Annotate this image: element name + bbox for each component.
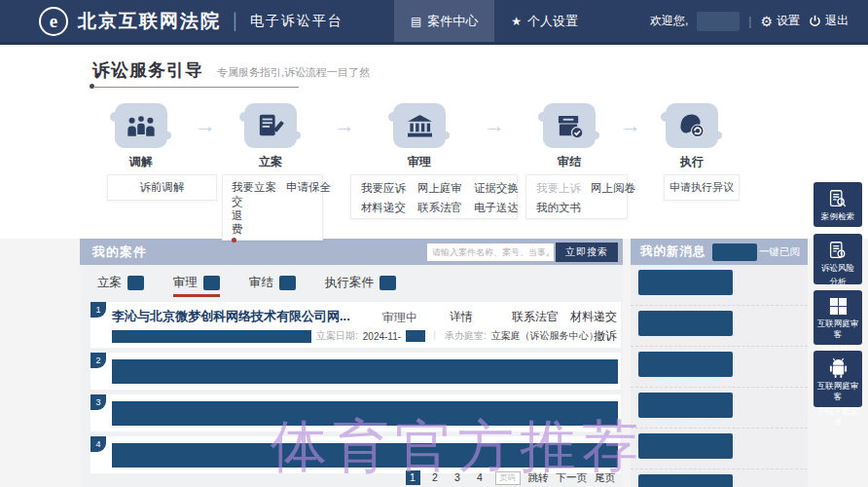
gear-icon: ⚙ bbox=[760, 14, 773, 29]
link-fee-refund-char[interactable]: 退 bbox=[232, 208, 313, 222]
pc-client-download-button[interactable]: 互联网庭审客 户端下载PC bbox=[814, 290, 862, 345]
court-division-value: 立案庭（诉讼服务中心） bbox=[491, 329, 598, 343]
conclusion-icon bbox=[543, 103, 596, 148]
link-material-submit[interactable]: 材料递交 bbox=[361, 201, 406, 215]
message-item[interactable] bbox=[631, 270, 808, 306]
tab-execution-cases-label: 执行案件 bbox=[325, 275, 374, 291]
guide-header: 诉讼服务引导 专属服务指引,诉讼流程一目了然 bbox=[92, 58, 370, 82]
android-icon bbox=[829, 357, 848, 378]
case-search-doc-icon bbox=[828, 189, 848, 208]
logout-label: 退出 bbox=[825, 13, 849, 29]
link-appeal[interactable]: 我要上诉 bbox=[536, 181, 581, 196]
case-row-4[interactable]: 4 bbox=[90, 436, 621, 473]
case-redacted-bar bbox=[112, 401, 618, 426]
case-tabs: 立案 审理 审结 执行案件 bbox=[80, 265, 623, 302]
next-page-button[interactable]: 下一页 bbox=[557, 471, 588, 485]
tab-personal-settings[interactable]: ★ 个人设置 bbox=[494, 0, 595, 42]
platform-name: 电子诉讼平台 bbox=[250, 13, 344, 30]
message-item[interactable] bbox=[631, 433, 808, 469]
tab-filing[interactable]: 立案 bbox=[97, 275, 144, 295]
case-row-1[interactable]: 1 李沁与北京微梦创科网络技术有限公司网... 审理中 详情 联系法官 材料递交… bbox=[90, 302, 621, 348]
tab-count-redacted bbox=[203, 276, 220, 290]
link-fee-refund-char[interactable]: 交 bbox=[232, 195, 313, 208]
stage-filing: 立案 bbox=[236, 103, 305, 170]
link-contact-judge[interactable]: 联系法官 bbox=[417, 201, 462, 215]
android-download-label-line2: 户端下载安卓 bbox=[814, 406, 862, 429]
my-cases-header: 我的案件 立即搜索 bbox=[80, 239, 623, 265]
case-search-tool-button[interactable]: 案例检索 bbox=[814, 182, 862, 227]
tab-concluded[interactable]: 审结 bbox=[249, 275, 296, 295]
link-my-documents[interactable]: 我的文书 bbox=[536, 201, 581, 215]
risk-analysis-tool-button[interactable]: 诉讼风险 分析 bbox=[814, 234, 862, 284]
tab-count-redacted bbox=[380, 276, 396, 290]
case-status: 审理中 bbox=[382, 310, 417, 326]
filing-date-value: 2024-11- bbox=[363, 331, 401, 342]
case-title[interactable]: 李沁与北京微梦创科网络技术有限公司网... bbox=[112, 308, 350, 325]
link-respond-suit[interactable]: 我要应诉 bbox=[361, 181, 406, 196]
case-row-2[interactable]: 2 bbox=[90, 353, 621, 390]
page-3-button[interactable]: 3 bbox=[451, 470, 465, 485]
court-icon bbox=[393, 103, 446, 148]
row-number-badge: 3 bbox=[90, 394, 106, 410]
tab-execution-cases[interactable]: 执行案件 bbox=[325, 275, 396, 295]
case-search-input[interactable] bbox=[427, 244, 554, 261]
message-redacted-bar bbox=[638, 352, 733, 377]
link-e-delivery[interactable]: 电子送达 bbox=[474, 201, 519, 215]
welcome-label: 欢迎您, bbox=[650, 13, 688, 29]
trial-links-card: 我要应诉 网上庭审 证据交换 材料递交 联系法官 电子送达 bbox=[350, 174, 518, 219]
search-now-button[interactable]: 立即搜索 bbox=[556, 243, 618, 262]
link-execution-objection[interactable]: 申请执行异议 bbox=[669, 180, 734, 195]
settings-button[interactable]: ⚙ 设置 bbox=[760, 13, 800, 29]
message-redacted-bar bbox=[638, 311, 733, 336]
star-icon: ★ bbox=[511, 15, 522, 28]
header-divider: │ bbox=[231, 13, 240, 30]
tab-case-center-label: 案件中心 bbox=[427, 13, 478, 30]
message-item[interactable] bbox=[631, 474, 808, 487]
detail-link[interactable]: 详情 bbox=[450, 309, 473, 325]
stage-trial: 审理 bbox=[385, 103, 453, 170]
tab-case-center[interactable]: ▤ 案件中心 bbox=[394, 0, 494, 42]
message-item[interactable] bbox=[631, 352, 808, 388]
message-item[interactable] bbox=[631, 311, 808, 347]
contact-judge-link[interactable]: 联系法官 bbox=[512, 309, 559, 325]
case-center-icon: ▤ bbox=[411, 15, 421, 28]
link-online-file-review[interactable]: 网上阅卷 bbox=[591, 181, 635, 196]
conclusion-links-card: 我要上诉 网上阅卷 我的文书 bbox=[525, 174, 628, 219]
link-file-case[interactable]: 我要立案 bbox=[232, 180, 276, 195]
my-cases-title: 我的案件 bbox=[92, 244, 147, 261]
jump-button[interactable]: 跳转 bbox=[528, 471, 549, 485]
page-2-button[interactable]: 2 bbox=[428, 470, 443, 485]
message-item[interactable] bbox=[631, 393, 808, 429]
case-search-tool-label: 案例检索 bbox=[821, 211, 854, 222]
link-pre-litigation-mediation[interactable]: 诉前调解 bbox=[140, 180, 185, 195]
case-list: 1 李沁与北京微梦创科网络技术有限公司网... 审理中 详情 联系法官 材料递交… bbox=[90, 302, 621, 473]
page-4-button[interactable]: 4 bbox=[473, 470, 488, 485]
logout-button[interactable]: 退出 bbox=[809, 13, 849, 29]
guide-underline bbox=[93, 87, 299, 88]
page-number-input[interactable] bbox=[495, 471, 521, 485]
username-redacted bbox=[697, 12, 740, 31]
risk-analysis-icon bbox=[828, 241, 848, 260]
messages-panel: 我的新消息 一键已阅 bbox=[631, 239, 808, 487]
header-nav: ▤ 案件中心 ★ 个人设置 bbox=[394, 0, 595, 42]
mark-all-read-button[interactable]: 一键已阅 bbox=[759, 245, 800, 259]
message-count-redacted bbox=[712, 244, 757, 261]
case-meta: 立案日期: 2024-11- 丨 承办庭室: 立案庭（诉讼服务中心） bbox=[112, 329, 598, 343]
page-1-button[interactable]: 1 bbox=[406, 470, 420, 485]
windows-icon bbox=[829, 297, 848, 316]
stage-trial-label: 审理 bbox=[385, 154, 453, 170]
submit-material-link[interactable]: 材料递交 bbox=[570, 309, 617, 325]
last-page-button[interactable]: 尾页 bbox=[595, 471, 615, 485]
stage-mediation: 调解 bbox=[107, 103, 175, 170]
link-evidence-exchange[interactable]: 证据交换 bbox=[474, 181, 519, 196]
link-online-trial[interactable]: 网上庭审 bbox=[417, 181, 462, 196]
execution-icon bbox=[666, 103, 718, 148]
link-apply-preservation[interactable]: 申请保全 bbox=[286, 180, 331, 195]
android-client-download-button[interactable]: 互联网庭审客 户端下载安卓 bbox=[814, 351, 862, 407]
message-redacted-bar bbox=[638, 474, 733, 487]
case-row-3[interactable]: 3 bbox=[90, 394, 621, 431]
link-fee-refund-char[interactable]: 费 bbox=[232, 222, 313, 236]
tab-trial-label: 审理 bbox=[173, 275, 198, 291]
tab-trial[interactable]: 审理 bbox=[173, 275, 220, 295]
case-number-redacted-bar bbox=[112, 330, 311, 343]
